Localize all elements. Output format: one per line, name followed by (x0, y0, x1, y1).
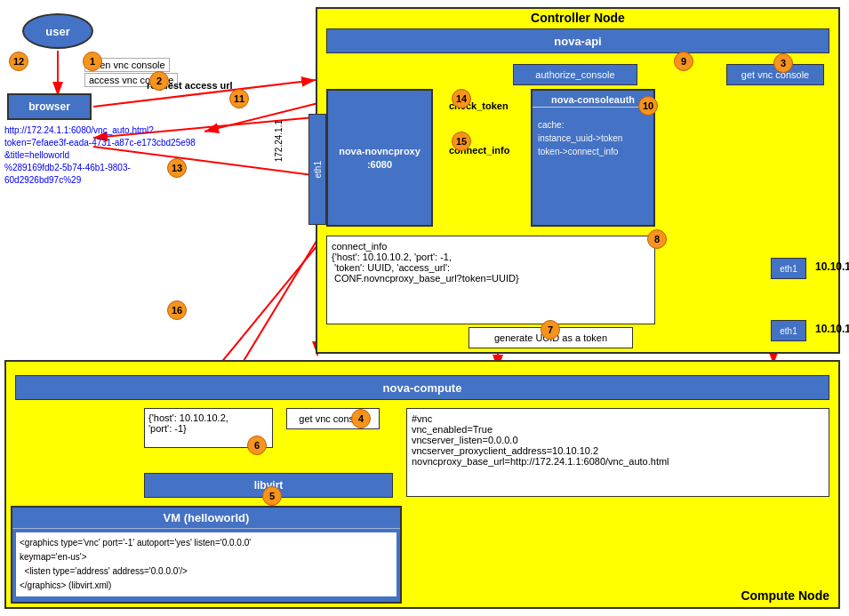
ip-top-label: 10.10.10.1 (815, 260, 849, 273)
step-5: 5 (262, 486, 282, 506)
vm-box: VM (helloworld) <graphics type='vnc' por… (11, 506, 402, 604)
compute-node-label: Compute Node (741, 588, 829, 603)
diagram-root: Controller Node nova-api authorize_conso… (0, 0, 849, 616)
vnc-config-text: #vnc vnc_enabled=True vncserver_listen=0… (412, 413, 824, 467)
eth-h-label: eth1 (313, 161, 323, 178)
step-8: 8 (647, 229, 667, 249)
nova-consoleauth-box: nova-consoleauth cache: instance_uuid->t… (531, 89, 655, 227)
browser-box: browser (7, 93, 92, 120)
vm-title: VM (helloworld) (12, 508, 400, 529)
nova-novncproxy-label: nova-novncproxy:6080 (339, 145, 420, 171)
step-7: 7 (541, 320, 560, 340)
step-12: 12 (9, 52, 28, 71)
step-10: 10 (638, 96, 658, 116)
nova-consoleauth-title: nova-consoleauth (533, 91, 653, 108)
nova-consoleauth-body: cache: instance_uuid->token token->conne… (533, 108, 653, 162)
user-oval: user (22, 13, 93, 49)
nova-novncproxy-box: nova-novncproxy:6080 (326, 89, 433, 227)
eth1-top-label: eth1 (780, 264, 797, 274)
step-9: 9 (674, 52, 693, 71)
step-6: 6 (247, 436, 267, 455)
step-13: 13 (167, 158, 187, 178)
url-text: http://172.24.1.1:6080/vnc_auto.html? to… (4, 124, 200, 187)
token-connect-info: token->connect_info (538, 145, 648, 158)
connect-info-data-text: connect_info {'host': 10.10.10.2, 'port'… (332, 241, 650, 284)
step-2: 2 (149, 71, 169, 91)
controller-node-label: Controller Node (317, 9, 838, 27)
vnc-config-box: #vnc vnc_enabled=True vncserver_listen=0… (406, 408, 829, 497)
user-label: user (45, 25, 69, 38)
eth-h-bar: eth1 (308, 114, 326, 225)
nova-compute-label: nova-compute (383, 381, 462, 395)
controller-node: Controller Node nova-api authorize_conso… (316, 7, 840, 354)
instance-uuid-token: instance_uuid->token (538, 132, 648, 145)
step-14: 14 (452, 89, 471, 108)
authorize-console-box: authorize_console (513, 64, 637, 85)
host-port-text: {'host': 10.10.10.2, 'port': -1} (148, 412, 268, 434)
step-1: 1 (83, 52, 102, 71)
nova-compute-bar: nova-compute (15, 375, 829, 400)
step-11: 11 (229, 89, 249, 108)
step-16: 16 (167, 300, 187, 320)
get-vnc-console-label: get vnc console (741, 69, 809, 80)
browser-label: browser (28, 100, 70, 113)
authorize-console-label: authorize_console (535, 69, 614, 80)
cache-label: cache: (538, 118, 648, 132)
eth1-bottom-box: eth1 (771, 320, 806, 341)
step-3: 3 (773, 53, 793, 73)
url-text-area: http://172.24.1.1:6080/vnc_auto.html? to… (4, 124, 200, 187)
connect-info-data-box: connect_info {'host': 10.10.10.2, 'port'… (326, 236, 655, 324)
nova-api-bar: nova-api (326, 28, 829, 53)
eth1-bottom-label: eth1 (780, 326, 797, 336)
nova-api-label: nova-api (554, 35, 601, 48)
step-15: 15 (452, 132, 471, 151)
compute-node: nova-compute #vnc vnc_enabled=True vncse… (4, 360, 840, 609)
ip-172-label: 172.24.1.1 (274, 120, 284, 162)
vm-body-text: <graphics type='vnc' port='-1' autoport=… (20, 536, 393, 593)
ip-bottom-label: 10.10.10.2 (815, 323, 849, 335)
eth1-top-box: eth1 (771, 258, 806, 279)
step-4: 4 (351, 409, 371, 428)
